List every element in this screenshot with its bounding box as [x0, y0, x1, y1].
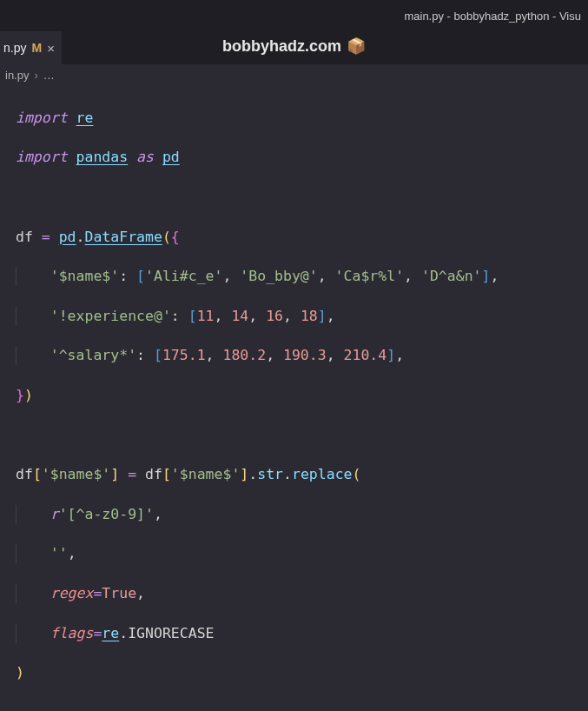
- tab-modified-indicator: M: [31, 41, 42, 55]
- cube-icon: 📦: [347, 37, 366, 56]
- close-icon[interactable]: ×: [47, 41, 55, 56]
- tab-row: n.py M × bobbyhadz.com 📦: [0, 31, 588, 64]
- breadcrumb[interactable]: in.py › …: [0, 64, 588, 85]
- code-editor[interactable]: import re import pandas as pd df = pd.Da…: [0, 85, 588, 711]
- tab-filename: n.py: [3, 41, 26, 55]
- watermark: bobbyhadz.com 📦: [222, 37, 366, 56]
- breadcrumb-file: in.py: [5, 69, 29, 82]
- window-title-bar: main.py - bobbyhadz_python - Visu: [0, 0, 588, 31]
- window-title: main.py - bobbyhadz_python - Visu: [404, 10, 581, 23]
- tab-main-py[interactable]: n.py M ×: [0, 31, 62, 64]
- chevron-right-icon: ›: [34, 69, 37, 82]
- watermark-text: bobbyhadz.com: [222, 37, 341, 56]
- breadcrumb-more: …: [43, 69, 55, 82]
